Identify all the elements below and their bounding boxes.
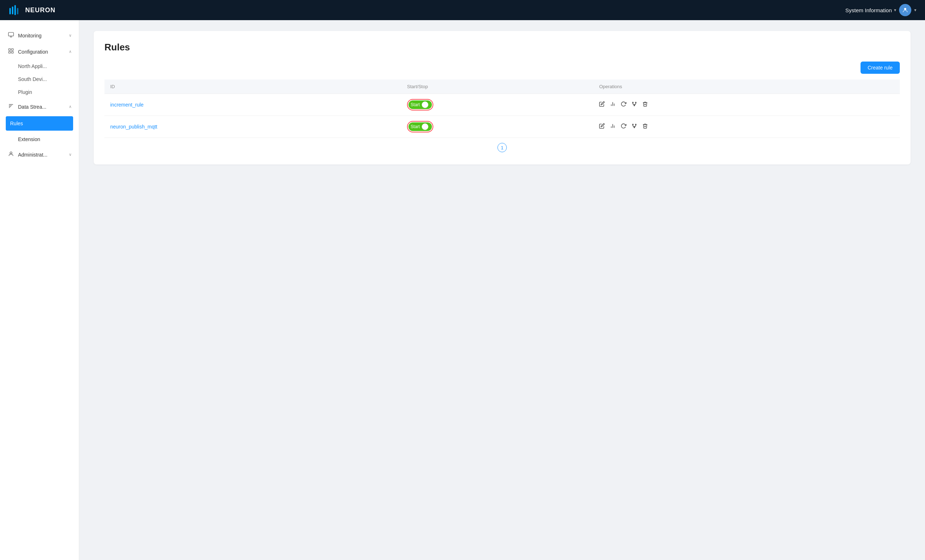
rule-id-cell: increment_rule [104,94,401,116]
rule-status-cell: Start [401,116,593,138]
svg-rect-0 [9,8,11,14]
toggle-label: Start [411,102,420,107]
table-header: ID Start/Stop Operations [104,80,900,94]
configuration-label: Configuration [18,49,65,55]
toggle-button[interactable]: Start [408,122,432,131]
data-stream-label: Data Strea... [18,104,65,110]
rule-status-cell: Start [401,94,593,116]
sidebar: Monitoring ∨ Configuration ∧ North Appli… [0,20,79,560]
svg-rect-3 [17,8,18,14]
rule-ops-cell [593,116,900,138]
page-title: Rules [104,42,900,53]
stats-icon[interactable] [610,101,616,108]
svg-rect-5 [8,32,14,36]
pagination: 1 [104,138,900,154]
sidebar-item-plugin[interactable]: Plugin [18,86,79,99]
sidebar-item-extension[interactable]: Extension [0,132,79,147]
svg-rect-9 [11,49,13,50]
south-devi-label: South Devi... [18,76,72,82]
toolbar: Create rule [104,62,900,74]
svg-point-24 [633,124,634,125]
administrat-chevron: ∨ [69,152,72,157]
system-info-button[interactable]: System Information ▾ [845,7,896,14]
monitoring-chevron: ∨ [69,33,72,38]
logo: NEURON [9,5,56,15]
refresh-icon[interactable] [621,101,627,108]
content-card: Rules Create rule ID Start/Stop Operatio… [93,31,911,164]
north-appli-label: North Appli... [18,63,72,69]
extension-label: Extension [18,137,72,142]
rules-item-wrapper: Rules [3,116,76,131]
toggle-circle [422,102,428,108]
configuration-icon [7,48,14,56]
toggle-wrapper: Start [407,99,433,111]
page-1-button[interactable]: 1 [497,143,507,152]
administrat-label: Administrat... [18,152,65,158]
system-info-chevron: ▾ [894,8,896,13]
col-id: ID [104,80,401,94]
delete-icon[interactable] [642,123,648,130]
sidebar-item-north-appli[interactable]: North Appli... [18,60,79,73]
data-stream-icon [7,103,14,111]
rules-table: ID Start/Stop Operations increment_rule … [104,80,900,138]
svg-point-18 [636,102,636,103]
user-avatar[interactable] [899,4,911,16]
ops-cell [599,101,894,108]
rule-id-link[interactable]: neuron_publish_mqtt [110,124,157,129]
svg-point-12 [10,152,12,154]
main-content: Rules Create rule ID Start/Stop Operatio… [79,20,925,560]
rule-ops-cell [593,94,900,116]
svg-point-4 [904,8,906,10]
toggle-circle [422,123,428,130]
delete-icon[interactable] [642,101,648,108]
administrat-icon [7,151,14,158]
system-info-label: System Information [845,7,892,14]
sidebar-item-monitoring[interactable]: Monitoring ∨ [0,27,79,44]
svg-rect-8 [9,49,11,50]
table-row: increment_rule Start [104,94,900,116]
configuration-chevron: ∧ [69,49,72,54]
monitoring-label: Monitoring [18,33,65,39]
svg-rect-10 [9,51,11,53]
svg-rect-1 [12,6,14,14]
svg-point-17 [633,102,634,103]
rules-tbody: increment_rule Start [104,94,900,138]
col-startstop: Start/Stop [401,80,593,94]
svg-rect-11 [11,51,13,53]
toggle-label: Start [411,124,420,129]
refresh-icon[interactable] [621,123,627,130]
data-stream-chevron: ∧ [69,104,72,109]
sidebar-item-data-stream[interactable]: Data Strea... ∧ [0,99,79,115]
sidebar-item-rules[interactable]: Rules [6,116,73,131]
toggle-wrapper: Start [407,121,433,132]
svg-rect-2 [14,5,16,15]
svg-point-25 [636,124,636,125]
rule-id-link[interactable]: increment_rule [110,102,144,108]
layout: Monitoring ∨ Configuration ∧ North Appli… [0,20,925,560]
stats-icon[interactable] [610,123,616,130]
user-chevron: ▾ [914,8,916,13]
plugin-label: Plugin [18,89,72,95]
toggle-button[interactable]: Start [408,101,432,109]
sidebar-item-configuration[interactable]: Configuration ∧ [0,44,79,60]
topnav-right: System Information ▾ ▾ [845,4,916,16]
fork-icon[interactable] [631,101,637,108]
table-row: neuron_publish_mqtt Start [104,116,900,138]
rule-id-cell: neuron_publish_mqtt [104,116,401,138]
fork-icon[interactable] [631,123,637,130]
edit-icon[interactable] [599,101,605,108]
rules-label: Rules [10,120,69,126]
monitoring-icon [7,32,14,39]
logo-icon [9,5,22,15]
edit-icon[interactable] [599,123,605,130]
configuration-submenu: North Appli... South Devi... Plugin [0,60,79,99]
app-name: NEURON [25,6,56,14]
create-rule-button[interactable]: Create rule [860,62,900,74]
sidebar-item-administrat[interactable]: Administrat... ∨ [0,147,79,163]
col-operations: Operations [593,80,900,94]
sidebar-item-south-devi[interactable]: South Devi... [18,73,79,86]
topnav: NEURON System Information ▾ ▾ [0,0,925,20]
ops-cell [599,123,894,130]
